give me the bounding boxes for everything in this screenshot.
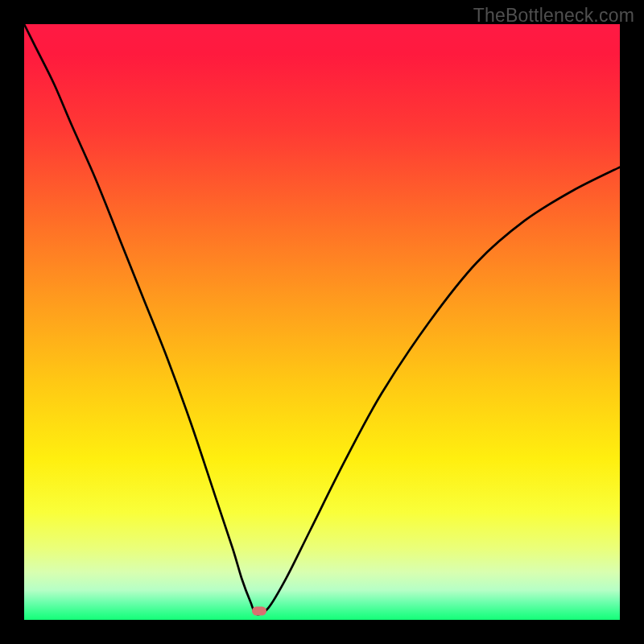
- optimal-point-marker: [252, 606, 266, 615]
- curve-svg: [24, 24, 620, 620]
- watermark-text: TheBottleneck.com: [473, 5, 634, 27]
- chart-frame: TheBottleneck.com: [0, 0, 644, 644]
- plot-area: [24, 24, 620, 620]
- bottleneck-curve: [24, 24, 620, 614]
